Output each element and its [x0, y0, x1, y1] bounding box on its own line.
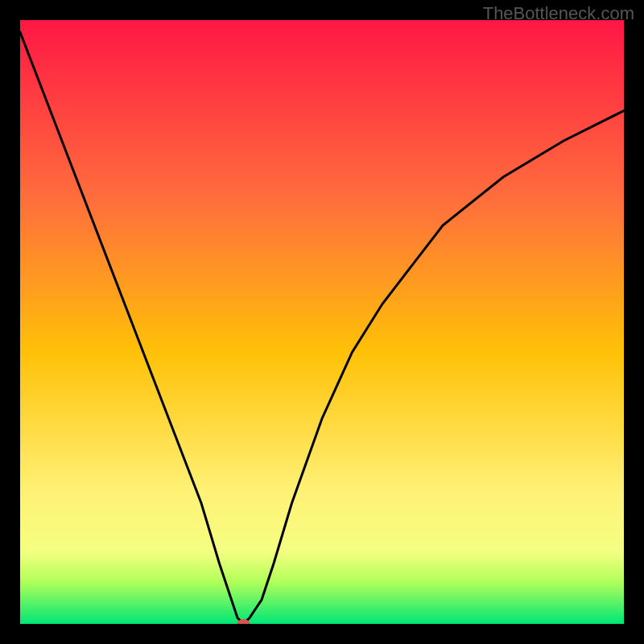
- chart-background: [20, 20, 624, 624]
- watermark-text: TheBottleneck.com: [483, 3, 634, 24]
- bottleneck-chart: [20, 20, 624, 624]
- chart-frame: TheBottleneck.com: [0, 0, 644, 644]
